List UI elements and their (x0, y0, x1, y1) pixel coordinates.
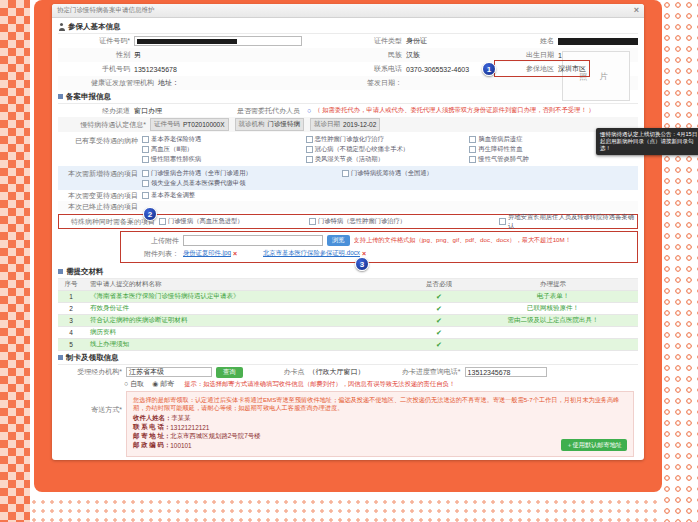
checkbox-item[interactable]: 门诊慢病合并待遇（全市门诊通用） (142, 168, 342, 178)
area-value: 深圳市区 (558, 64, 586, 74)
gender-label: 性别 (58, 50, 134, 60)
checkbox-label: 慢性气管炎肺气肿 (478, 155, 528, 164)
checkbox-icon (142, 146, 149, 153)
agency-input[interactable]: 江苏省本级 (126, 367, 212, 377)
cert-field-value: 2019-12-02 (343, 121, 376, 128)
agent-label: 是否需委托代办人员 (214, 106, 304, 116)
row-number: 1 (58, 293, 84, 300)
material-name: 《海南省基本医疗保险门诊慢特病待遇认定申请表》 (84, 292, 410, 301)
checkbox-label: 脑血管病后遗症 (478, 135, 522, 144)
birth-label: 出生日期 (498, 50, 558, 60)
checkbox-label: 门诊慢病（高血压急进型） (168, 217, 244, 226)
checkbox-item[interactable]: 基本养老金调整 (142, 191, 195, 201)
checkbox-icon (142, 156, 149, 163)
notice-tooltip: 慢特病待遇认定上线切换公告：4月15日 起启用新病种目录（点）请按新目录勾选！ (596, 128, 698, 155)
section-icon (58, 269, 63, 274)
pickup-mail-radio[interactable]: ◉ 邮寄 (152, 379, 174, 389)
receiver-field: 收件人姓名：李某某 (133, 414, 627, 423)
cert-field-value: 门诊慢特病 (268, 120, 301, 129)
progress-phone-input[interactable]: 13512345678 (465, 367, 547, 377)
pickup-self-radio[interactable]: ○ 自取 (124, 379, 144, 389)
close-icon[interactable]: × (634, 6, 639, 15)
checkbox-item[interactable]: 慢性阻塞性肺疾病 (142, 154, 306, 164)
step-badge-2: 2 (143, 207, 157, 221)
checkbox-item[interactable]: 门诊慢病（高血压急进型） (159, 217, 309, 227)
delivery-row: 寄送方式* 您选择的是邮寄领取：认定通过后实体卡将通过EMS寄送至预留收件地址；… (58, 389, 638, 459)
checkbox-item[interactable]: 异地安置长期居住人员及转诊转院待遇备案确认 (499, 217, 637, 227)
checkbox-item[interactable]: 冠心病（不稳定型心绞痛非手术） (306, 144, 470, 154)
section-basic-title: 参保人基本信息 (68, 22, 121, 32)
tooltip-line1: 慢特病待遇认定上线切换公告：4月15日 (600, 131, 698, 138)
cert-field-label: 证件号码 (154, 120, 180, 129)
checkbox-label: 门诊慢病合并待遇（全市门诊通用） (151, 169, 252, 178)
checkbox-icon (499, 218, 506, 225)
use-default-address-button[interactable]: ＋使用默认邮寄地址 (561, 439, 627, 451)
checkbox-item[interactable]: 领失业金人员基本医保费代缴申领 (142, 178, 342, 188)
receiver-label: 收件人姓名： (133, 414, 171, 423)
material-tip: 电子表单！ (468, 292, 638, 301)
section-materials-header: 需提交材料 (58, 265, 638, 279)
nation-value: 汉族 (406, 50, 498, 60)
checkbox-label: 恶性肿瘤门诊放化疗治疗 (315, 135, 384, 144)
checkbox-icon (142, 136, 149, 143)
checkbox-icon (142, 180, 149, 187)
insured-area-field: 1 参保地区 深圳市区 (498, 64, 586, 74)
photo-placeholder: 照 片 (562, 51, 630, 101)
stop-label: 本次已终止待遇的项目 (58, 202, 142, 212)
remark-input[interactable] (126, 460, 634, 461)
agent-radio[interactable]: ○ (307, 107, 311, 114)
required-check-icon: ✔ (410, 341, 468, 349)
add-label: 本次需新增待遇的项目 (58, 168, 142, 179)
agency-label: 受理经办机构* (58, 367, 126, 377)
delivery-policy-text: 您选择的是邮寄领取：认定通过后实体卡将通过EMS寄送至预留收件地址；偏远及投递不… (133, 396, 627, 412)
browse-button[interactable]: 浏览 (327, 235, 350, 246)
delete-attachment-icon[interactable]: × (362, 250, 366, 257)
checkbox-item[interactable]: 门诊特病统筹待遇（全国通） (342, 168, 433, 178)
attachment-link[interactable]: 身份证复印件.jpg (183, 249, 231, 258)
upload-label: 上传附件 (125, 236, 179, 246)
section-icon (58, 94, 63, 99)
cert-field-label: 就诊机构 (239, 120, 265, 129)
checkbox-item[interactable]: 恶性肿瘤门诊放化疗治疗 (306, 134, 470, 144)
delete-attachment-icon[interactable]: × (233, 250, 237, 257)
cert-field-value: PT02010000X (183, 121, 225, 128)
query-button[interactable]: 查询 (216, 367, 243, 378)
table-row: 4病历资料✔ (58, 327, 638, 339)
checkbox-item[interactable]: 门诊特病（恶性肿瘤门诊治疗） (309, 217, 499, 227)
id-number-label: 证件号码* (58, 36, 134, 46)
issuing-org-label: 健康证发放管理机构 (58, 78, 158, 88)
section-icon (58, 355, 63, 360)
gender-value: 男 (134, 50, 310, 60)
checkbox-label: 基本养老保险待遇 (151, 135, 201, 144)
checkbox-label: 类风湿关节炎（活动期） (315, 155, 384, 164)
checkbox-item[interactable]: 基本养老保险待遇 (142, 134, 306, 144)
id-number-input[interactable] (134, 36, 302, 46)
row-number: 3 (58, 317, 84, 324)
required-check-icon: ✔ (410, 293, 468, 301)
checkbox-label: 慢性阻塞性肺疾病 (151, 155, 201, 164)
checkbox-item[interactable]: 类风湿关节炎（活动期） (306, 154, 470, 164)
checkbox-icon (309, 218, 316, 225)
area-label: 参保地区 (498, 64, 558, 74)
progress-phone-label: 办卡进度查询电话* (375, 367, 465, 377)
existing-checkbox-grid: 基本养老保险待遇高血压（Ⅲ期）慢性阻塞性肺疾病恶性肿瘤门诊放化疗治疗冠心病（不稳… (142, 134, 638, 164)
cert-field-label: 就诊日期 (314, 120, 340, 129)
receiver-value: 李某某 (171, 414, 190, 423)
bottom-dots-pattern (30, 498, 662, 522)
table-header-cell: 是否必须 (410, 280, 468, 289)
material-name: 线上办理须知 (84, 340, 410, 349)
checkbox-item[interactable]: 高血压（Ⅲ期） (142, 144, 306, 154)
section-basic-header: 参保人基本信息 (58, 20, 638, 34)
checkbox-icon (469, 146, 476, 153)
attachment-link[interactable]: 北京市基本医疗保险参保证明.docx (263, 249, 360, 258)
agency-value: 江苏省本级 (129, 367, 164, 377)
required-check-icon: ✔ (410, 317, 468, 325)
upload-file-input[interactable] (183, 235, 323, 246)
checkbox-item[interactable]: 慢性气管炎肺气肿 (469, 154, 633, 164)
add-items-row: 本次需新增待遇的项目 门诊慢病合并待遇（全市门诊通用）门诊特病统筹待遇（全国通）… (58, 166, 638, 190)
material-name: 符合认定病种的疾病诊断证明材料 (84, 316, 410, 325)
checkbox-label: 基本养老金调整 (151, 191, 195, 200)
right-dots-pattern (662, 0, 698, 522)
add-checkbox-rows: 门诊慢病合并待遇（全市门诊通用）门诊特病统筹待遇（全国通）领失业金人员基本医保费… (142, 168, 638, 188)
existing-label: 已有享受待遇的病种 (58, 134, 142, 146)
